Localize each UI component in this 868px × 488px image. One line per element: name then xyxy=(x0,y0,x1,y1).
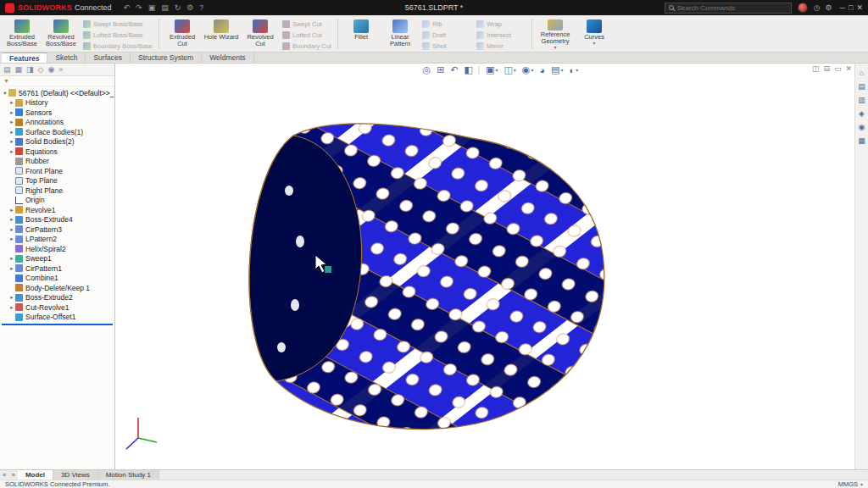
undo-icon[interactable]: ↶ xyxy=(124,3,131,12)
file-explorer-icon[interactable]: ▥ xyxy=(858,96,865,104)
mirror-button[interactable]: Mirror xyxy=(475,41,527,51)
tree-item-sweep1[interactable]: ▸Sweep1 xyxy=(2,254,114,264)
section-view-icon[interactable]: ◧ xyxy=(465,64,473,75)
tree-item-origin[interactable]: Origin xyxy=(2,196,114,206)
previous-view-icon[interactable]: ↶ xyxy=(450,64,458,75)
boundary-boss-base-button[interactable]: Boundary Boss/Base xyxy=(81,41,154,51)
settings-gear-icon[interactable]: ⚙ xyxy=(826,3,832,12)
maximize-icon[interactable]: □ xyxy=(847,3,854,12)
tree-item-combine1[interactable]: Combine1 xyxy=(2,274,114,284)
tree-item-cirpattern3[interactable]: ▸CirPattern3 xyxy=(2,225,114,235)
appearances-icon[interactable]: ◉ xyxy=(859,123,865,131)
help-icon[interactable]: ? xyxy=(199,3,203,12)
save-icon[interactable]: ▣ xyxy=(148,3,156,12)
view-orientation-icon[interactable]: ▣▾ xyxy=(486,64,498,75)
tree-item-top-plane[interactable]: Top Plane xyxy=(2,176,114,186)
print-icon[interactable]: ▤ xyxy=(161,3,169,12)
intersect-button[interactable]: Intersect xyxy=(475,30,527,40)
lofted-boss-base-button[interactable]: Lofted Boss/Base xyxy=(81,30,154,40)
user-avatar[interactable] xyxy=(798,3,808,13)
curves-button[interactable]: Curves▾ xyxy=(576,17,613,51)
tree-item-history[interactable]: ▸History xyxy=(2,98,114,108)
tree-item-front-plane[interactable]: Front Plane xyxy=(2,166,114,176)
view-palette-icon[interactable]: ◈ xyxy=(859,109,865,118)
zoom-to-area-icon[interactable]: ⊞ xyxy=(437,64,444,75)
close-icon[interactable]: ✕ xyxy=(854,3,865,12)
tab-structure-system[interactable]: Structure System xyxy=(131,53,202,63)
tree-item-surface-offset1[interactable]: Surface-Offset1 xyxy=(2,313,114,323)
shell-button[interactable]: Shell xyxy=(420,41,473,51)
edit-appearance-icon[interactable]: ◕ xyxy=(539,65,545,75)
tree-item-helix-spiral2[interactable]: Helix/Spiral2 xyxy=(2,244,114,254)
minimize-icon[interactable]: ─ xyxy=(838,3,847,12)
graphics-viewport[interactable]: ◎⊞↶◧▣▾◫▾◉▾◕▤▾◐▾ ◫⊟▭✕ xyxy=(115,64,854,469)
lofted-cut-button[interactable]: Lofted Cut xyxy=(281,30,333,40)
expand-panel-icon[interactable]: » xyxy=(58,65,63,74)
tab-weldments[interactable]: Weldments xyxy=(202,53,253,63)
tree-item-annotations[interactable]: ▸Annotations xyxy=(2,118,114,128)
swept-boss-base-button[interactable]: Swept Boss/Base xyxy=(81,19,154,29)
search-input[interactable] xyxy=(677,4,787,12)
tree-item-right-plane[interactable]: Right Plane xyxy=(2,186,114,196)
display-style-icon[interactable]: ◫▾ xyxy=(504,64,515,75)
display-manager-icon[interactable]: ◉ xyxy=(47,65,54,74)
tab-surfaces[interactable]: Surfaces xyxy=(86,53,131,63)
tab-sketch[interactable]: Sketch xyxy=(47,53,86,63)
extruded-boss-base-button[interactable]: Extruded Boss/Base xyxy=(3,17,41,51)
tree-root-item[interactable]: ▾56761 (Default) <<Default>>_Display Sta… xyxy=(2,88,114,98)
rib-button[interactable]: Rib xyxy=(420,19,473,29)
design-library-icon[interactable]: ▤ xyxy=(858,82,865,91)
feature-tree-icon[interactable]: ▤ xyxy=(3,65,11,74)
swept-cut-button[interactable]: Swept Cut xyxy=(281,19,333,29)
tab-features[interactable]: Features xyxy=(2,53,47,63)
tab-motion-study-1[interactable]: Motion Study 1 xyxy=(98,470,159,480)
tab-3d-views[interactable]: 3D Views xyxy=(53,470,98,480)
linear-pattern-button[interactable]: Linear Pattern xyxy=(381,17,419,51)
redo-icon[interactable]: ↷ xyxy=(136,3,142,12)
extruded-cut-button[interactable]: Extruded Cut xyxy=(164,17,201,51)
split-view-icon[interactable]: ◫ xyxy=(812,64,820,73)
dimxpert-icon[interactable]: ◇ xyxy=(38,65,44,74)
chevron-down-icon[interactable]: ▾ xyxy=(860,481,863,487)
rebuild-icon[interactable]: ↻ xyxy=(175,3,181,12)
wrap-button[interactable]: Wrap xyxy=(475,19,527,29)
pane-minimize-icon[interactable]: ⊟ xyxy=(823,64,830,73)
view-settings-icon[interactable]: ◐▾ xyxy=(570,65,579,75)
hole-wizard-button[interactable]: Hole Wizard xyxy=(203,17,240,51)
zoom-fit-icon[interactable]: ◎ xyxy=(423,64,431,75)
model-canvas[interactable] xyxy=(115,64,854,469)
tree-item-solid-bodies-2[interactable]: ▸Solid Bodies(2) xyxy=(2,137,114,147)
configuration-manager-icon[interactable]: ◨ xyxy=(26,65,34,74)
tree-item-boss-extrude4[interactable]: ▸Boss-Extrude4 xyxy=(2,215,114,225)
revolved-cut-button[interactable]: Revolved Cut xyxy=(242,17,279,51)
notifications-icon[interactable]: ◷ xyxy=(814,3,821,12)
tree-item-boss-extrude2[interactable]: ▸Boss-Extrude2 xyxy=(2,293,114,303)
tree-item-revolve1[interactable]: ▸Revolve1 xyxy=(2,205,114,215)
apply-scene-icon[interactable]: ▤▾ xyxy=(551,64,563,75)
units-value[interactable]: MMGS xyxy=(838,480,858,488)
draft-button[interactable]: Draft xyxy=(420,30,473,40)
tree-item-rubber[interactable]: Rubber xyxy=(2,157,114,167)
hide-show-items-icon[interactable]: ◉▾ xyxy=(522,64,534,75)
boundary-cut-button[interactable]: Boundary Cut xyxy=(281,41,333,51)
tab-model[interactable]: Model xyxy=(18,470,53,480)
rollback-bar[interactable] xyxy=(2,324,113,325)
tab-scroll-left-icon[interactable]: « xyxy=(0,470,8,480)
pane-restore-icon[interactable]: ▭ xyxy=(834,64,842,73)
fillet-button[interactable]: Fillet xyxy=(342,17,380,51)
reference-geometry-button[interactable]: Reference Geometry▾ xyxy=(537,17,574,51)
tree-item-body-delete-keep-1[interactable]: Body-Delete/Keep 1 xyxy=(2,283,114,293)
search-commands-box[interactable] xyxy=(665,3,792,14)
tree-item-cut-revolve1[interactable]: ▸Cut-Revolve1 xyxy=(2,302,114,313)
tree-filter-row[interactable]: ▼ xyxy=(0,76,114,86)
tree-item-equations[interactable]: ▸Equations xyxy=(2,147,114,157)
tree-item-sensors[interactable]: ▸Sensors xyxy=(2,108,114,118)
custom-properties-icon[interactable]: ▦ xyxy=(858,136,865,145)
revolved-boss-base-button[interactable]: Revolved Boss/Base xyxy=(42,17,80,51)
options-icon[interactable]: ⚙ xyxy=(186,3,193,12)
tree-item-lpattern2[interactable]: ▸LPattern2 xyxy=(2,235,114,245)
tree-item-surface-bodies-1[interactable]: ▸Surface Bodies(1) xyxy=(2,127,114,137)
property-manager-icon[interactable]: ▦ xyxy=(15,65,23,74)
pane-close-icon[interactable]: ✕ xyxy=(845,64,852,73)
tree-item-cirpattern1[interactable]: ▸CirPattern1 xyxy=(2,263,114,274)
